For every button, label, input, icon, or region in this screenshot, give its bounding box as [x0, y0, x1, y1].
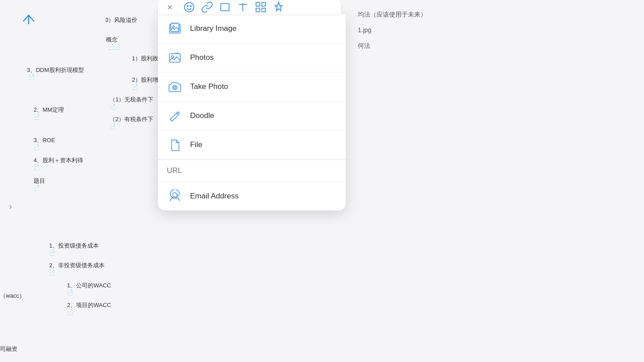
- mindmap-node: 题目 📄: [34, 177, 45, 191]
- right-text-1: 均法（应该使用于未来）: [358, 9, 635, 20]
- svg-line-19: [175, 53, 176, 54]
- close-button[interactable]: ✕: [161, 1, 178, 13]
- library-image-icon: [167, 21, 183, 37]
- take-photo-label: Take Photo: [190, 82, 228, 91]
- mindmap-node: 1、投资级债务成本 📄: [49, 242, 99, 256]
- file-label: File: [190, 140, 202, 149]
- link-button[interactable]: [199, 1, 215, 13]
- take-photo-icon: [167, 79, 183, 95]
- email-icon: [167, 188, 183, 204]
- library-image-item[interactable]: Library Image: [158, 14, 346, 43]
- mindmap-node: （wacc）: [0, 292, 25, 300]
- svg-rect-4: [221, 4, 229, 11]
- emoji-button[interactable]: [181, 1, 197, 13]
- mindmap-node: 1、公司的WACC 📄: [67, 282, 111, 295]
- svg-point-23: [173, 193, 177, 197]
- url-input[interactable]: [167, 166, 337, 175]
- right-text-2: 1.jpg: [358, 25, 635, 36]
- mindmap-node: 司融资: [0, 345, 17, 353]
- doodle-icon: [167, 108, 183, 124]
- right-panel: 均法（应该使用于未来） 1.jpg 何法: [349, 0, 644, 362]
- svg-point-21: [174, 87, 176, 89]
- mindmap-node: （1）无税条件下 📄: [110, 96, 153, 109]
- svg-point-20: [173, 85, 177, 90]
- svg-rect-15: [169, 54, 180, 62]
- rect-button[interactable]: [217, 1, 233, 13]
- library-image-label: Library Image: [190, 24, 237, 33]
- mindmap-node: 3）风险溢价: [105, 16, 137, 24]
- right-text-3: 何法: [358, 40, 635, 51]
- photos-item[interactable]: Photos: [158, 43, 346, 72]
- svg-point-1: [185, 3, 194, 12]
- svg-rect-12: [171, 23, 179, 32]
- chevron-right-icon[interactable]: ›: [9, 201, 12, 211]
- toolbar-strip: ✕: [158, 0, 341, 14]
- mindmap-node: 3、DDM股利折现模型 📄: [27, 66, 84, 80]
- svg-point-16: [172, 56, 174, 58]
- mindmap-node: 2）股利增 📄: [132, 76, 158, 90]
- svg-rect-9: [256, 8, 260, 12]
- mindmap-node: 4、股利＋资本利得 📄: [34, 156, 83, 170]
- email-address-label: Email Address: [190, 192, 239, 201]
- doodle-label: Doodle: [190, 111, 214, 120]
- file-item[interactable]: File: [158, 130, 346, 160]
- arrow-up-icon[interactable]: [18, 8, 39, 29]
- photos-label: Photos: [190, 53, 214, 62]
- doodle-item[interactable]: Doodle: [158, 101, 346, 130]
- mindmap-node: 3、ROE 📄: [34, 136, 55, 150]
- svg-rect-8: [262, 3, 265, 6]
- grid-button[interactable]: [253, 1, 269, 13]
- mindmap-node: 2、非投资级债务成本 📄: [49, 261, 105, 275]
- mindmap-node: 2、项目的WACC 📄: [67, 301, 111, 315]
- svg-line-22: [170, 119, 172, 121]
- file-icon: [167, 137, 183, 153]
- svg-point-3: [190, 6, 191, 7]
- mindmap-node: 2、MM定理 📄: [34, 106, 64, 120]
- email-address-item[interactable]: Email Address: [158, 182, 346, 210]
- insert-menu-popup: Library Image Photos Take Photo: [158, 14, 346, 210]
- mindmap-node: 概念 📄: [106, 36, 120, 50]
- svg-line-18: [178, 53, 179, 54]
- photos-icon: [167, 50, 183, 66]
- svg-rect-7: [256, 3, 260, 6]
- text-button[interactable]: [235, 1, 251, 13]
- pin-button[interactable]: [271, 1, 287, 13]
- svg-rect-10: [262, 8, 265, 12]
- mindmap-node: （2）有税条件下 📄: [110, 115, 153, 129]
- svg-point-2: [187, 6, 188, 7]
- url-section[interactable]: [158, 160, 346, 182]
- take-photo-item[interactable]: Take Photo: [158, 72, 346, 101]
- mindmap-node: 1）股利政: [132, 55, 158, 63]
